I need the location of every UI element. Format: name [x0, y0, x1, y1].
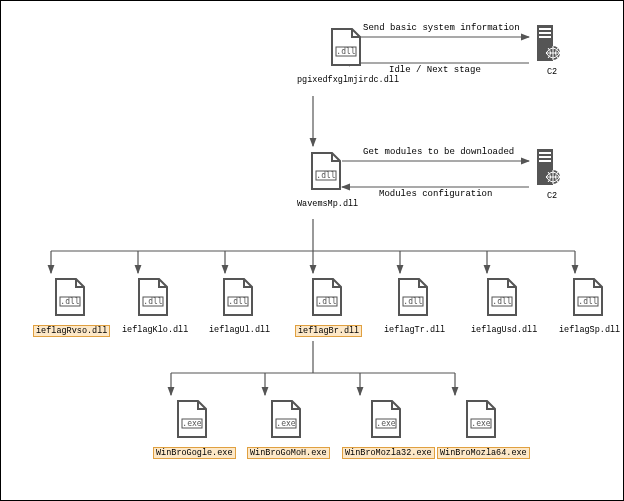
module-label: ieflagBr.dll [295, 325, 362, 337]
module-ieflagUl-dll: .dllieflagUl.dll [207, 277, 272, 335]
exe-WinBroMozla32-exe: .exeWinBroMozla32.exe [342, 399, 435, 459]
exe-label: WinBroMozla64.exe [437, 447, 530, 459]
stage1-filename: pgixedfxglmjirdc.dll [295, 75, 401, 85]
exe-label: WinBroGoMoH.exe [247, 447, 330, 459]
server-icon [537, 149, 567, 189]
module-ieflagUsd-dll: .dllieflagUsd.dll [469, 277, 539, 335]
svg-text:.dll: .dll [60, 297, 79, 306]
svg-text:.dll: .dll [317, 297, 336, 306]
file-icon: .dll [137, 277, 173, 323]
stage2-c2-label: C2 [545, 191, 559, 201]
svg-text:.exe: .exe [277, 419, 296, 428]
stage1-dll-file: .dll pgixedfxglmjirdc.dll [295, 27, 401, 85]
file-icon: .dll [311, 277, 347, 323]
svg-text:.exe: .exe [472, 419, 491, 428]
module-ieflagKlo-dll: .dllieflagKlo.dll [120, 277, 190, 335]
stage1-recv-label: Idle / Next stage [389, 65, 481, 75]
file-icon: .exe [370, 399, 406, 445]
svg-text:.dll: .dll [403, 297, 422, 306]
svg-text:.dll: .dll [578, 297, 597, 306]
exe-WinBroGoMoH-exe: .exeWinBroGoMoH.exe [247, 399, 330, 459]
module-label: ieflagKlo.dll [120, 325, 190, 335]
file-icon: .dll [222, 277, 258, 323]
module-ieflagRvso-dll: .dllieflagRvso.dll [33, 277, 110, 337]
exe-label: WinBroGogle.exe [153, 447, 236, 459]
file-icon: .dll [572, 277, 608, 323]
stage1-c2-label: C2 [545, 67, 559, 77]
module-label: ieflagSp.dll [557, 325, 622, 335]
svg-text:.exe: .exe [377, 419, 396, 428]
svg-text:.dll: .dll [144, 297, 163, 306]
exe-label: WinBroMozla32.exe [342, 447, 435, 459]
svg-text:.dll: .dll [316, 171, 335, 180]
exe-WinBroGogle-exe: .exeWinBroGogle.exe [153, 399, 236, 459]
file-icon: .dll [310, 151, 346, 197]
module-label: ieflagUl.dll [207, 325, 272, 335]
stage1-c2-server: C2 [537, 25, 567, 77]
svg-text:.dll: .dll [228, 297, 247, 306]
svg-text:.dll: .dll [336, 47, 355, 56]
file-icon: .dll [330, 27, 366, 73]
stage2-recv-label: Modules configuration [379, 189, 492, 199]
stage2-filename: WavemsMp.dll [295, 199, 360, 209]
module-label: ieflagRvso.dll [33, 325, 110, 337]
server-icon [537, 25, 567, 65]
stage2-c2-server: C2 [537, 149, 567, 201]
stage2-dll-file: .dll WavemsMp.dll [295, 151, 360, 209]
module-label: ieflagTr.dll [382, 325, 447, 335]
module-ieflagTr-dll: .dllieflagTr.dll [382, 277, 447, 335]
stage1-send-label: Send basic system information [363, 23, 520, 33]
file-icon: .exe [176, 399, 212, 445]
file-icon: .exe [270, 399, 306, 445]
file-icon: .dll [486, 277, 522, 323]
stage2-send-label: Get modules to be downloaded [363, 147, 514, 157]
file-icon: .dll [54, 277, 90, 323]
svg-text:.exe: .exe [183, 419, 202, 428]
file-icon: .dll [397, 277, 433, 323]
file-icon: .exe [465, 399, 501, 445]
svg-text:.dll: .dll [493, 297, 512, 306]
module-ieflagSp-dll: .dllieflagSp.dll [557, 277, 622, 335]
exe-WinBroMozla64-exe: .exeWinBroMozla64.exe [437, 399, 530, 459]
module-label: ieflagUsd.dll [469, 325, 539, 335]
module-ieflagBr-dll: .dllieflagBr.dll [295, 277, 362, 337]
